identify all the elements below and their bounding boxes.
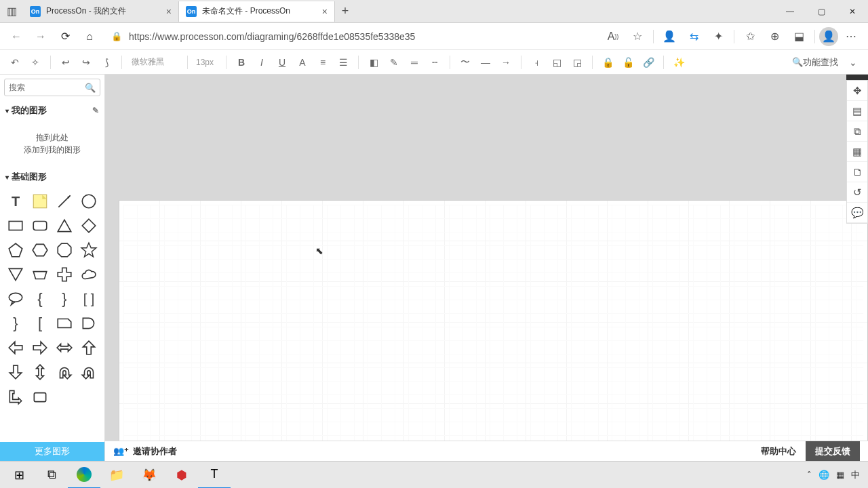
- outline-icon[interactable]: ▦: [847, 142, 867, 162]
- redo-icon[interactable]: ↪: [77, 53, 96, 72]
- shape-arrow-both[interactable]: [54, 338, 75, 358]
- undo-icon[interactable]: ↩: [56, 53, 75, 72]
- shape-frame[interactable]: [30, 386, 50, 407]
- tab-untitled-file[interactable]: On 未命名文件 - ProcessOn ×: [179, 1, 335, 22]
- font-family-select[interactable]: [127, 54, 182, 70]
- send-back-icon[interactable]: ◲: [568, 53, 587, 72]
- history-icon[interactable]: ↺: [847, 182, 867, 203]
- start-button[interactable]: ⊞: [3, 462, 35, 489]
- shape-octagon[interactable]: [54, 240, 75, 260]
- close-icon[interactable]: ×: [322, 6, 328, 17]
- profile-avatar[interactable]: 👤: [819, 27, 838, 46]
- search-icon[interactable]: 🔍: [85, 83, 96, 93]
- collections-icon[interactable]: ⊕: [763, 26, 786, 47]
- shape-uturn-left[interactable]: [54, 362, 75, 382]
- select-icon[interactable]: ✧: [26, 53, 45, 72]
- network-icon[interactable]: 🌐: [818, 470, 829, 480]
- invite-collaborator-button[interactable]: 👥⁺ 邀请协作者: [113, 445, 177, 458]
- navigator-icon[interactable]: ✥: [847, 81, 867, 101]
- font-size-select[interactable]: [193, 54, 220, 70]
- firefox-icon[interactable]: 🦊: [133, 462, 165, 489]
- shape-circle[interactable]: [79, 191, 99, 211]
- shape-triangle[interactable]: [54, 216, 75, 236]
- bring-front-icon[interactable]: ◱: [547, 53, 566, 72]
- sync-icon[interactable]: ⇆: [682, 26, 705, 47]
- url-input[interactable]: 🔒 https://www.processon.com/diagraming/6…: [103, 26, 599, 47]
- shape-diamond[interactable]: [79, 216, 99, 236]
- basic-shapes-header[interactable]: ▾ 基础图形: [0, 167, 104, 187]
- italic-icon[interactable]: I: [252, 53, 271, 72]
- shape-uturn-right[interactable]: [79, 362, 99, 382]
- shape-cross[interactable]: [54, 264, 75, 285]
- ime-indicator[interactable]: 中: [851, 469, 860, 481]
- connector-curve-icon[interactable]: 〜: [456, 53, 475, 72]
- grid-icon[interactable]: ▦: [836, 470, 844, 480]
- shape-trapezoid[interactable]: [30, 264, 50, 285]
- canvas-page[interactable]: [119, 200, 868, 461]
- back-button[interactable]: ←: [5, 26, 27, 47]
- refresh-button[interactable]: ⟳: [54, 26, 76, 47]
- page-icon[interactable]: 🗋: [847, 162, 867, 182]
- connector-line-icon[interactable]: —: [476, 53, 495, 72]
- frame-icon[interactable]: ⧉: [847, 121, 867, 142]
- undo-step-icon[interactable]: ↶: [5, 53, 24, 72]
- line-dash-icon[interactable]: ╌: [425, 53, 444, 72]
- underline-icon[interactable]: U: [273, 53, 292, 72]
- shape-hexagon[interactable]: [30, 240, 50, 260]
- close-window-button[interactable]: ✕: [837, 0, 868, 23]
- presentation-icon[interactable]: ▤: [847, 101, 867, 121]
- shape-and-gate[interactable]: [79, 313, 99, 333]
- shape-arrow-left[interactable]: [5, 338, 26, 358]
- maximize-button[interactable]: ▢: [806, 0, 837, 23]
- shape-text[interactable]: T: [5, 191, 26, 211]
- shape-corner-arrow[interactable]: [5, 386, 26, 407]
- search-input[interactable]: [9, 83, 85, 92]
- task-view-icon[interactable]: ⧉: [35, 462, 68, 489]
- shape-note[interactable]: [30, 191, 50, 211]
- shape-brace-right[interactable]: }: [54, 289, 75, 309]
- extension-icon[interactable]: ✦: [707, 26, 730, 47]
- collapse-icon[interactable]: ⌄: [844, 53, 863, 72]
- shape-cloud[interactable]: [79, 264, 99, 285]
- tab-processon-files[interactable]: On ProcessOn - 我的文件 ×: [23, 1, 179, 22]
- tab-actions-icon[interactable]: ▥: [0, 0, 23, 23]
- shape-brace-single[interactable]: }: [5, 313, 26, 333]
- close-icon[interactable]: ×: [166, 6, 172, 17]
- drop-zone[interactable]: 拖到此处 添加到我的图形: [7, 125, 98, 163]
- home-button[interactable]: ⌂: [79, 26, 100, 47]
- person-icon[interactable]: 👤: [658, 26, 681, 47]
- rail-grip[interactable]: [846, 75, 868, 80]
- line-color-icon[interactable]: ✎: [384, 53, 403, 72]
- shape-bracket-left[interactable]: [: [30, 313, 50, 333]
- shape-star[interactable]: [79, 240, 99, 260]
- menu-icon[interactable]: ⋯: [840, 26, 863, 47]
- magic-icon[interactable]: ✨: [669, 53, 688, 72]
- my-shapes-header[interactable]: ▾ 我的图形 ✎: [0, 100, 104, 121]
- tray-chevron-icon[interactable]: ˄: [807, 470, 812, 480]
- shape-arrow-down[interactable]: [5, 362, 26, 382]
- office-icon[interactable]: ⬢: [165, 462, 198, 489]
- shape-card[interactable]: [54, 313, 75, 333]
- link-icon[interactable]: 🔗: [639, 53, 658, 72]
- unlock-icon[interactable]: 🔓: [618, 53, 637, 72]
- connector-arrow-icon[interactable]: →: [496, 53, 515, 72]
- function-find-button[interactable]: 🔍功能查找: [792, 56, 838, 68]
- text-app-icon[interactable]: T: [198, 462, 231, 489]
- shape-arrow-right[interactable]: [30, 338, 50, 358]
- line-style-icon[interactable]: ═: [405, 53, 424, 72]
- shape-ellipse-callout[interactable]: [5, 289, 26, 309]
- fill-color-icon[interactable]: ◧: [364, 53, 383, 72]
- shape-triangle-down[interactable]: [5, 264, 26, 285]
- shape-arrow-up[interactable]: [79, 338, 99, 358]
- comment-icon[interactable]: 💬: [847, 203, 867, 223]
- submit-feedback-button[interactable]: 提交反馈: [806, 441, 860, 462]
- shape-line[interactable]: [54, 191, 75, 211]
- shape-pentagon[interactable]: [5, 240, 26, 260]
- list-icon[interactable]: ☰: [334, 53, 353, 72]
- minimize-button[interactable]: —: [774, 0, 806, 23]
- explorer-icon[interactable]: 📁: [100, 462, 133, 489]
- lock-icon[interactable]: 🔒: [598, 53, 617, 72]
- favorites-bar-icon[interactable]: ✩: [738, 26, 762, 47]
- help-center-button[interactable]: 帮助中心: [751, 441, 806, 462]
- shape-rect[interactable]: [5, 216, 26, 236]
